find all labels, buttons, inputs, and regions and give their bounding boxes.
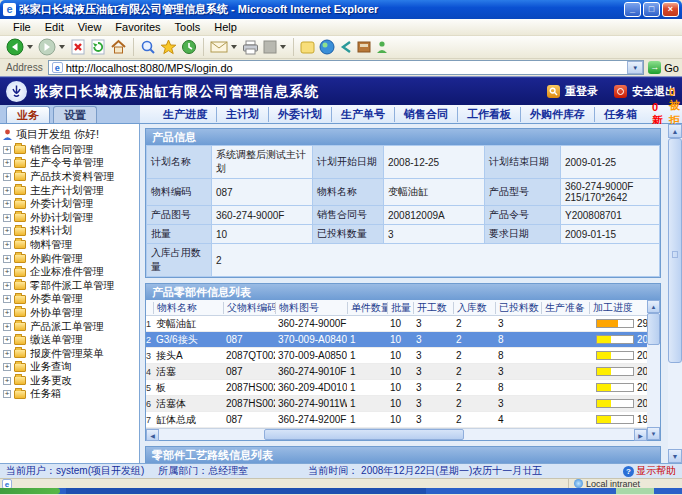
column-header[interactable]: 生产准备 bbox=[541, 302, 589, 314]
title-bar[interactable]: e 张家口长城液压油缸有限公司管理信息系统 - Microsoft Intern… bbox=[0, 0, 682, 19]
tree-item[interactable]: + 产品派工单管理 bbox=[0, 320, 139, 334]
nav-item[interactable]: 外购件库存 bbox=[520, 107, 594, 122]
research-button[interactable] bbox=[355, 37, 373, 57]
logout-button[interactable]: 安全退出 bbox=[614, 84, 676, 99]
column-header[interactable]: 单件数量 bbox=[347, 302, 387, 314]
maximize-button[interactable]: □ bbox=[643, 2, 660, 17]
scroll-up-button[interactable]: ▲ bbox=[668, 124, 682, 138]
stop-button[interactable] bbox=[68, 37, 88, 57]
nav-item[interactable]: 主计划 bbox=[216, 107, 268, 122]
column-header[interactable]: 入库数 bbox=[453, 302, 495, 314]
refresh-button[interactable] bbox=[88, 37, 108, 57]
expand-icon[interactable]: + bbox=[3, 282, 11, 290]
menu-item[interactable]: Tools bbox=[168, 21, 208, 33]
menu-item[interactable]: Help bbox=[207, 21, 244, 33]
expand-icon[interactable]: + bbox=[3, 363, 11, 371]
column-header[interactable]: 加工进度 bbox=[589, 302, 651, 314]
history-button[interactable] bbox=[179, 37, 199, 57]
parts-table-row[interactable]: 4 活塞 087 360-274-9010F 1 10 3 2 3 bbox=[146, 364, 647, 380]
expand-icon[interactable]: + bbox=[3, 336, 11, 344]
search-button[interactable] bbox=[138, 37, 158, 57]
parts-table-row[interactable]: 3 接头A 2087QT002 370-009-A0850 1 10 3 2 8 bbox=[146, 348, 647, 364]
scroll-up-button[interactable]: ▲ bbox=[647, 300, 660, 313]
parts-vertical-scrollbar[interactable]: ▲ ▼ bbox=[647, 300, 660, 440]
tree-item[interactable]: + 生产令号单管理 bbox=[0, 157, 139, 171]
close-button[interactable]: × bbox=[662, 2, 679, 17]
show-help-link[interactable]: ? 显示帮助 bbox=[623, 464, 676, 478]
messenger-button[interactable] bbox=[373, 37, 391, 57]
parts-table-row[interactable]: 7 缸体总成 087 360-274-9200F 1 10 3 2 4 bbox=[146, 412, 647, 428]
menu-item[interactable]: View bbox=[71, 21, 109, 33]
parts-table-row[interactable]: 5 板 2087HS002 360-209-4D010 1 10 3 2 8 bbox=[146, 380, 647, 396]
tree-item[interactable]: + 外购件管理 bbox=[0, 252, 139, 266]
tree-item[interactable]: + 外委单管理 bbox=[0, 293, 139, 307]
expand-icon[interactable]: + bbox=[3, 214, 11, 222]
parts-horizontal-scrollbar[interactable]: ◀ ▶ bbox=[146, 428, 647, 440]
home-button[interactable] bbox=[108, 37, 129, 57]
menu-item[interactable]: Edit bbox=[38, 21, 71, 33]
scrollbar-thumb[interactable] bbox=[264, 429, 464, 440]
tree-item[interactable]: + 外协计划管理 bbox=[0, 211, 139, 225]
expand-icon[interactable]: + bbox=[3, 268, 11, 276]
column-header[interactable]: 物料名称 bbox=[153, 302, 223, 314]
tree-item[interactable]: + 主生产计划管理 bbox=[0, 184, 139, 198]
parts-table-row[interactable]: 1 变幅油缸 360-274-9000F 10 3 2 3 bbox=[146, 316, 647, 332]
taskbar-window-button[interactable] bbox=[66, 488, 426, 494]
nav-item[interactable]: 外委计划 bbox=[268, 107, 331, 122]
page-vertical-scrollbar[interactable]: ▲ ▼ bbox=[668, 124, 682, 463]
expand-icon[interactable]: + bbox=[3, 241, 11, 249]
expand-icon[interactable]: + bbox=[3, 146, 11, 154]
address-dropdown[interactable]: ▼ bbox=[627, 61, 643, 74]
tree-item[interactable]: + 产品技术资料管理 bbox=[0, 170, 139, 184]
mail-button[interactable] bbox=[208, 37, 230, 57]
start-button[interactable] bbox=[0, 488, 60, 494]
relogin-button[interactable]: 重登录 bbox=[547, 84, 598, 99]
menu-item[interactable]: File bbox=[6, 21, 38, 33]
expand-icon[interactable]: + bbox=[3, 173, 11, 181]
tree-item[interactable]: + 投料计划 bbox=[0, 225, 139, 239]
tree-item[interactable]: + 外委计划管理 bbox=[0, 197, 139, 211]
edit-button[interactable] bbox=[261, 37, 279, 57]
tree-item[interactable]: + 缴送单管理 bbox=[0, 333, 139, 347]
tree-item[interactable]: + 任务箱 bbox=[0, 388, 139, 402]
parts-table-row[interactable]: 2 G3/6接头 087 370-009-A0840 1 10 3 2 8 bbox=[146, 332, 647, 348]
print-button[interactable] bbox=[240, 37, 261, 57]
forward-dropdown[interactable] bbox=[59, 45, 65, 49]
forward-button[interactable] bbox=[36, 37, 58, 57]
discuss-button[interactable] bbox=[298, 37, 317, 57]
expand-icon[interactable]: + bbox=[3, 159, 11, 167]
back-button[interactable] bbox=[4, 37, 26, 57]
address-input[interactable] bbox=[66, 61, 628, 74]
tree-item[interactable]: + 业务更改 bbox=[0, 374, 139, 388]
back-dropdown[interactable] bbox=[27, 45, 33, 49]
column-header[interactable]: 已投料数 bbox=[495, 302, 541, 314]
parts-table-row[interactable]: 6 活塞体 2087HS002 360-274-9011W 1 10 3 2 3 bbox=[146, 396, 647, 412]
scroll-down-button[interactable]: ▼ bbox=[647, 427, 660, 440]
column-header[interactable]: 批量 bbox=[387, 302, 413, 314]
scrollbar-thumb[interactable] bbox=[668, 138, 682, 363]
tree-item[interactable]: + 业务查询 bbox=[0, 361, 139, 375]
expand-icon[interactable]: + bbox=[3, 323, 11, 331]
tree-item[interactable]: + 零部件派工单管理 bbox=[0, 279, 139, 293]
nav-item[interactable]: 销售合同 bbox=[394, 107, 457, 122]
column-header[interactable]: 父物料编码 bbox=[223, 302, 275, 314]
expand-icon[interactable]: + bbox=[3, 200, 11, 208]
go-button[interactable]: → Go bbox=[648, 61, 679, 74]
expand-icon[interactable]: + bbox=[3, 377, 11, 385]
expand-icon[interactable]: + bbox=[3, 390, 11, 398]
nav-item[interactable]: 工作看板 bbox=[457, 107, 520, 122]
nav-item[interactable]: 生产单号 bbox=[331, 107, 394, 122]
column-header[interactable]: 开工数 bbox=[413, 302, 453, 314]
mail-dropdown[interactable] bbox=[231, 45, 237, 49]
edit-dropdown[interactable] bbox=[280, 45, 286, 49]
scroll-down-button[interactable]: ▼ bbox=[668, 449, 682, 463]
scrollbar-thumb[interactable] bbox=[647, 313, 660, 345]
nav-item[interactable]: 任务箱 bbox=[594, 107, 646, 122]
nav-item[interactable]: 生产进度 bbox=[154, 107, 216, 122]
tab-business[interactable]: 业务 bbox=[6, 106, 50, 123]
menu-item[interactable]: Favorites bbox=[108, 21, 167, 33]
minimize-button[interactable]: _ bbox=[624, 2, 641, 17]
media-button[interactable] bbox=[317, 37, 337, 57]
tree-item[interactable]: + 销售合同管理 bbox=[0, 143, 139, 157]
expand-icon[interactable]: + bbox=[3, 255, 11, 263]
